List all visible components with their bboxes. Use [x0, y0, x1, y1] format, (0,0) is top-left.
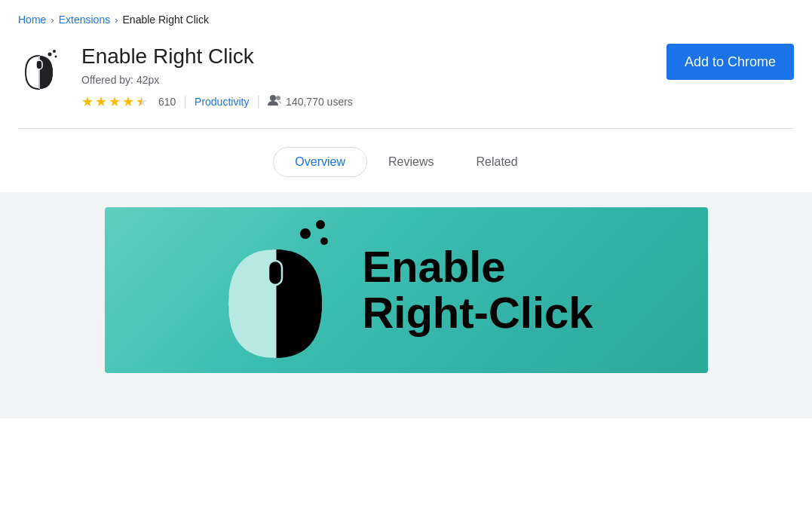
svg-point-12 — [300, 228, 311, 239]
extension-header: Enable Right Click Offered by: 42px ★ ★ … — [0, 36, 812, 128]
star-5-half: ★ ★ — [136, 93, 148, 110]
banner-line2: Right-Click — [362, 288, 593, 337]
tab-reviews[interactable]: Reviews — [367, 148, 455, 176]
star-4: ★ — [122, 93, 134, 110]
tab-related[interactable]: Related — [455, 148, 539, 176]
svg-point-14 — [320, 237, 328, 245]
svg-point-6 — [55, 56, 57, 58]
svg-rect-3 — [36, 60, 42, 69]
svg-rect-11 — [268, 261, 282, 285]
svg-point-13 — [316, 220, 325, 229]
extension-title: Enable Right Click — [81, 44, 353, 69]
star-2: ★ — [95, 93, 107, 110]
star-3: ★ — [109, 93, 121, 110]
stars-display: ★ ★ ★ ★ ★ ★ — [81, 93, 148, 110]
category-link[interactable]: Productivity — [195, 96, 249, 108]
add-to-chrome-button[interactable]: Add to Chrome — [666, 44, 794, 80]
breadcrumb: Home › Extensions › Enable Right Click — [0, 0, 812, 36]
offered-by: Offered by: 42px — [81, 74, 353, 86]
banner-title: Enable Right-Click — [362, 244, 593, 336]
header-left: Enable Right Click Offered by: 42px ★ ★ … — [18, 44, 353, 110]
meta-divider-1: | — [183, 93, 187, 109]
breadcrumb-current: Enable Right Click — [123, 14, 209, 26]
users-info: 140,770 users — [268, 94, 353, 109]
svg-point-7 — [270, 95, 276, 101]
banner-image: Enable Right-Click — [105, 207, 708, 373]
meta-row: ★ ★ ★ ★ ★ ★ 610 | Productivity | — [81, 93, 353, 110]
rating-count: 610 — [158, 96, 176, 108]
extension-logo-icon — [18, 44, 66, 92]
banner-line1: Enable — [362, 242, 505, 291]
svg-point-8 — [276, 96, 280, 100]
tabs-section: Overview Reviews Related — [0, 129, 812, 192]
breadcrumb-sep-1: › — [51, 14, 54, 26]
users-icon — [268, 94, 281, 109]
star-1: ★ — [81, 93, 93, 110]
breadcrumb-extensions[interactable]: Extensions — [59, 14, 110, 26]
banner-mouse-icon — [219, 217, 339, 363]
users-count: 140,770 users — [286, 96, 353, 108]
banner-section: Enable Right-Click — [0, 192, 812, 418]
extension-icon — [18, 44, 66, 92]
extension-info: Enable Right Click Offered by: 42px ★ ★ … — [81, 44, 353, 110]
meta-divider-2: | — [256, 93, 260, 109]
banner-content: Enable Right-Click — [204, 207, 608, 373]
breadcrumb-sep-2: › — [115, 14, 118, 26]
breadcrumb-home[interactable]: Home — [18, 14, 46, 26]
svg-point-4 — [48, 53, 52, 57]
svg-point-5 — [53, 50, 56, 53]
tab-overview[interactable]: Overview — [273, 147, 367, 177]
